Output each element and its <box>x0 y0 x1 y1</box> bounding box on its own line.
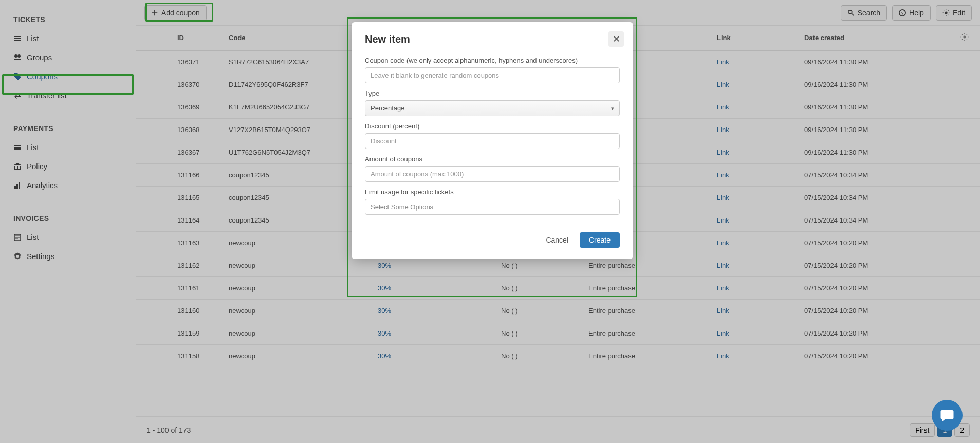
limit-tickets-multiselect[interactable]: Select Some Options <box>365 199 620 215</box>
modal-title: New item <box>365 33 620 45</box>
discount-label: Discount (percent) <box>365 122 620 130</box>
limit-label: Limit usage for specific tickets <box>365 188 620 196</box>
chat-fab[interactable] <box>932 400 963 431</box>
type-label: Type <box>365 89 620 97</box>
cancel-button[interactable]: Cancel <box>546 236 568 244</box>
type-select[interactable]: Percentage <box>365 100 620 116</box>
discount-input[interactable] <box>365 133 620 149</box>
amount-input[interactable] <box>365 166 620 182</box>
modal-close-button[interactable]: ✕ <box>608 31 624 47</box>
create-button[interactable]: Create <box>580 232 620 248</box>
close-icon: ✕ <box>613 33 620 45</box>
amount-label: Amount of coupons <box>365 155 620 163</box>
chat-icon <box>939 408 955 423</box>
modal-footer: Cancel Create <box>365 232 620 248</box>
coupon-code-input[interactable] <box>365 67 620 83</box>
coupon-code-label: Coupon code (we only accept alphanumeric… <box>365 57 620 64</box>
new-item-modal: ✕ New item Coupon code (we only accept a… <box>352 22 633 259</box>
type-select-value: Percentage <box>371 104 405 112</box>
